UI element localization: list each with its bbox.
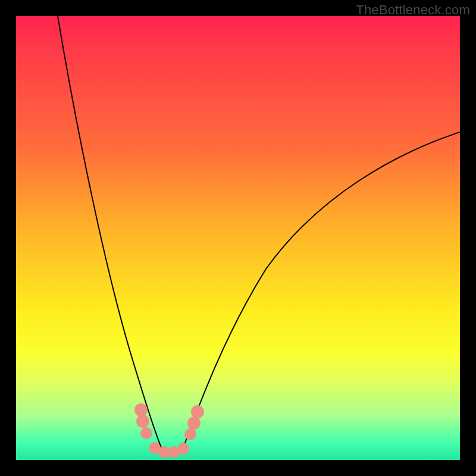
watermark-label: TheBottleneck.com xyxy=(356,2,470,18)
bead-icon xyxy=(191,405,204,418)
bead-icon xyxy=(177,443,189,455)
bead-icon xyxy=(136,415,149,428)
bead-icon xyxy=(184,428,196,440)
chart-frame: TheBottleneck.com xyxy=(0,0,476,476)
curve-right-branch xyxy=(183,132,460,449)
curve-left-branch xyxy=(58,16,162,449)
bead-icon xyxy=(187,416,201,430)
bead-icon xyxy=(140,427,152,439)
curve-layer xyxy=(16,16,460,460)
bead-icon xyxy=(134,403,148,416)
plot-area xyxy=(16,16,460,460)
